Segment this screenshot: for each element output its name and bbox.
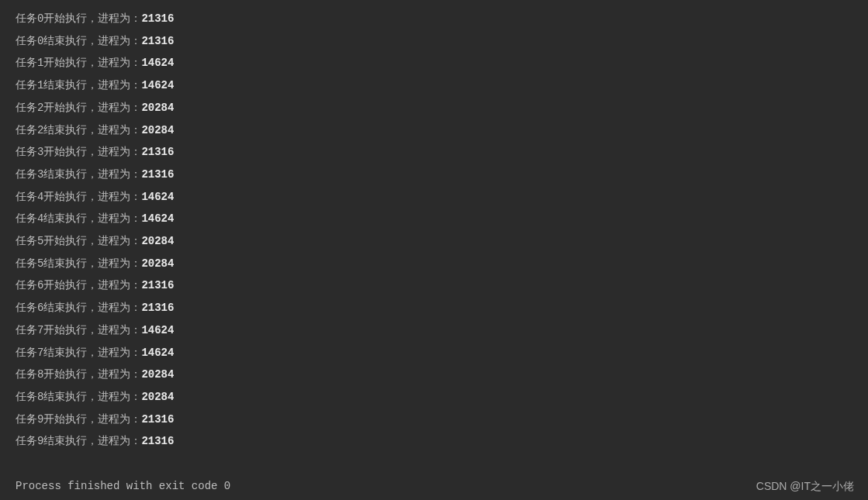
task-label: 任务8开始执行，进程为： — [16, 368, 141, 381]
output-line: 任务8结束执行，进程为：20284 — [16, 386, 868, 409]
process-id: 21316 — [141, 12, 174, 25]
process-id: 21316 — [141, 413, 174, 426]
process-id: 14624 — [141, 57, 174, 69]
output-line: 任务4开始执行，进程为：14624 — [16, 186, 868, 209]
process-id: 21316 — [141, 168, 174, 181]
exit-message: Process finished with exit code 0 — [16, 475, 868, 498]
process-id: 14624 — [141, 324, 174, 336]
process-id: 14624 — [141, 191, 174, 203]
task-label: 任务2开始执行，进程为： — [16, 102, 141, 114]
process-id: 20284 — [141, 124, 174, 136]
output-line: 任务3开始执行，进程为：21316 — [16, 141, 868, 164]
task-label: 任务7结束执行，进程为： — [16, 347, 141, 359]
task-label: 任务9结束执行，进程为： — [16, 435, 141, 447]
console-output: 任务0开始执行，进程为：21316任务0结束执行，进程为：21316任务1开始执… — [16, 8, 868, 497]
process-id: 20284 — [141, 257, 174, 270]
task-label: 任务4结束执行，进程为： — [16, 212, 141, 225]
task-label: 任务3结束执行，进程为： — [16, 168, 141, 181]
output-line: 任务5开始执行，进程为：20284 — [16, 230, 868, 253]
output-line: 任务9开始执行，进程为：21316 — [16, 409, 868, 431]
output-line: 任务2结束执行，进程为：20284 — [16, 119, 868, 142]
process-id: 21316 — [141, 435, 174, 447]
task-label: 任务2结束执行，进程为： — [16, 124, 141, 136]
process-id: 14624 — [141, 347, 174, 359]
task-label: 任务0结束执行，进程为： — [16, 35, 141, 47]
task-label: 任务9开始执行，进程为： — [16, 413, 141, 426]
task-label: 任务7开始执行，进程为： — [16, 324, 141, 336]
output-line: 任务6开始执行，进程为：21316 — [16, 274, 868, 297]
output-line: 任务0开始执行，进程为：21316 — [16, 8, 868, 30]
watermark: CSDN @IT之一小佬 — [756, 480, 854, 494]
process-id: 21316 — [141, 302, 174, 314]
task-label: 任务5开始执行，进程为： — [16, 235, 141, 247]
task-label: 任务0开始执行，进程为： — [16, 12, 141, 25]
process-id: 14624 — [141, 79, 174, 91]
blank-line — [16, 453, 868, 475]
task-label: 任务4开始执行，进程为： — [16, 191, 141, 203]
output-line: 任务2开始执行，进程为：20284 — [16, 97, 868, 119]
task-label: 任务8结束执行，进程为： — [16, 391, 141, 403]
process-id: 20284 — [141, 235, 174, 247]
process-id: 21316 — [141, 146, 174, 158]
output-line: 任务7开始执行，进程为：14624 — [16, 319, 868, 342]
process-id: 20284 — [141, 391, 174, 403]
output-line: 任务9结束执行，进程为：21316 — [16, 430, 868, 453]
process-id: 21316 — [141, 35, 174, 47]
task-label: 任务1开始执行，进程为： — [16, 57, 141, 69]
task-label: 任务3开始执行，进程为： — [16, 146, 141, 158]
output-line: 任务1结束执行，进程为：14624 — [16, 74, 868, 97]
task-label: 任务6开始执行，进程为： — [16, 279, 141, 291]
output-line: 任务7结束执行，进程为：14624 — [16, 342, 868, 364]
task-label: 任务6结束执行，进程为： — [16, 302, 141, 314]
output-line: 任务5结束执行，进程为：20284 — [16, 253, 868, 275]
task-label: 任务5结束执行，进程为： — [16, 257, 141, 270]
output-line: 任务8开始执行，进程为：20284 — [16, 364, 868, 386]
output-line: 任务0结束执行，进程为：21316 — [16, 30, 868, 53]
output-line: 任务3结束执行，进程为：21316 — [16, 164, 868, 186]
task-label: 任务1结束执行，进程为： — [16, 79, 141, 91]
output-line: 任务4结束执行，进程为：14624 — [16, 208, 868, 230]
process-id: 20284 — [141, 102, 174, 114]
output-line: 任务6结束执行，进程为：21316 — [16, 297, 868, 319]
process-id: 20284 — [141, 368, 174, 381]
output-line: 任务1开始执行，进程为：14624 — [16, 52, 868, 74]
process-id: 21316 — [141, 279, 174, 291]
process-id: 14624 — [141, 212, 174, 225]
